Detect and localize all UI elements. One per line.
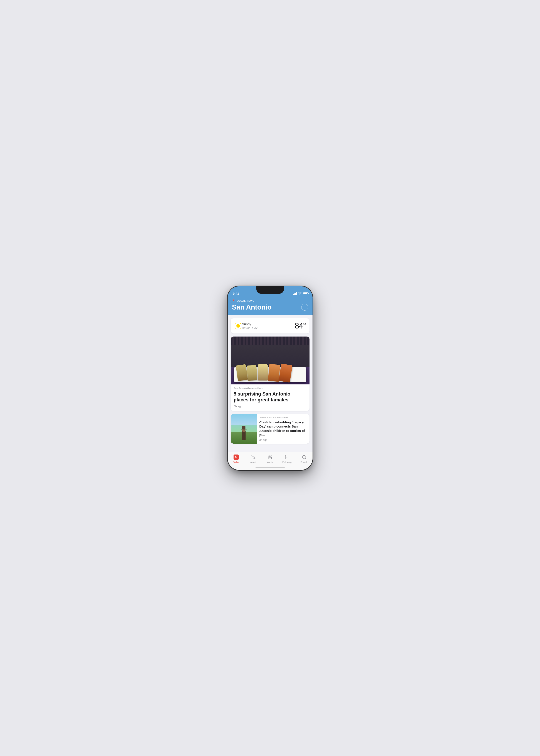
content-area: Sunny H: 93° L: 75° 84° — [228, 315, 313, 452]
battery-icon — [303, 292, 308, 295]
tab-audio-label: Audio — [267, 461, 273, 463]
tab-today-icon: N — [233, 454, 239, 460]
article-main-body: San Antonio Express-News 5 surprising Sa… — [231, 384, 310, 411]
tab-following-label: Following — [282, 461, 291, 463]
svg-point-0 — [236, 324, 240, 327]
phone-device: 9:41 — [228, 286, 313, 470]
tab-newsplus-label: News+ — [250, 461, 256, 463]
tab-following-icon — [284, 454, 290, 460]
article-secondary-source: San Antonio Express-News — [259, 416, 307, 419]
sun-icon — [234, 322, 242, 330]
article-card-main[interactable]: San Antonio Express-News 5 surprising Sa… — [231, 336, 310, 411]
tab-today[interactable]: N Today — [228, 454, 245, 463]
wifi-icon — [298, 292, 302, 296]
tab-audio[interactable]: Audio — [262, 454, 279, 463]
news-logo-icon: N — [233, 454, 239, 460]
tab-newsplus[interactable]: News+ — [245, 454, 262, 463]
svg-line-5 — [235, 323, 236, 324]
status-icons — [293, 292, 308, 296]
article-secondary-time: 3h ago — [259, 439, 307, 441]
city-name: San Antonio — [232, 303, 272, 311]
tab-following[interactable]: Following — [279, 454, 296, 463]
tab-search[interactable]: Search — [296, 454, 313, 463]
tab-audio-icon — [267, 454, 273, 460]
city-name-row: San Antonio ··· — [232, 303, 308, 311]
tab-today-label: Today — [233, 461, 239, 463]
svg-line-8 — [235, 327, 236, 328]
header: 📍 LOCAL NEWS San Antonio ··· — [228, 297, 313, 315]
svg-line-6 — [240, 327, 240, 328]
weather-condition: Sunny — [242, 322, 295, 326]
svg-line-7 — [240, 323, 240, 324]
notch — [256, 286, 284, 294]
article-secondary-body: San Antonio Express-News Confidence-buil… — [257, 414, 310, 443]
more-button[interactable]: ··· — [301, 304, 308, 311]
phone-screen: 9:41 — [228, 286, 313, 470]
status-bar: 9:41 — [228, 286, 313, 297]
status-time: 9:41 — [233, 292, 239, 296]
signal-icon — [293, 292, 297, 295]
weather-details: Sunny H: 93° L: 75° — [242, 322, 295, 329]
svg-rect-14 — [271, 457, 272, 458]
weather-card[interactable]: Sunny H: 93° L: 75° 84° — [231, 318, 310, 333]
article-main-title: 5 surprising San Antonio places for grea… — [234, 391, 307, 403]
article-secondary-title: Confidence-building 'Legacy Day' camp co… — [259, 420, 307, 437]
tab-search-label: Search — [301, 461, 308, 463]
home-indicator — [255, 467, 285, 468]
tab-newsplus-icon — [250, 454, 256, 460]
article-main-image — [231, 336, 310, 384]
svg-rect-15 — [285, 455, 289, 459]
svg-rect-13 — [268, 457, 269, 458]
weather-hi-lo: H: 93° L: 75° — [242, 326, 295, 329]
location-pin-icon: 📍 — [232, 299, 235, 302]
article-main-time: 5h ago — [234, 405, 307, 408]
weather-temperature: 84° — [295, 321, 306, 330]
article-main-source: San Antonio Express-News — [234, 387, 307, 390]
local-news-label: 📍 LOCAL NEWS — [232, 299, 308, 302]
tab-search-icon — [301, 454, 307, 460]
article-card-secondary[interactable]: San Antonio Express-News Confidence-buil… — [231, 414, 310, 443]
article-secondary-image — [231, 414, 257, 443]
